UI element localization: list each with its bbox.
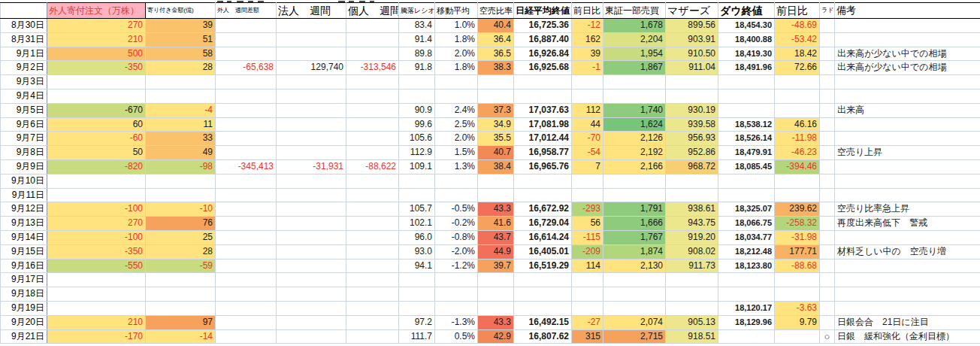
cell-cw[interactable] bbox=[277, 217, 346, 231]
cell-rad[interactable] bbox=[820, 103, 835, 117]
cell-mo[interactable] bbox=[666, 301, 718, 315]
cell-s[interactable]: 43.3 bbox=[478, 315, 514, 329]
cell-t[interactable]: 2,126 bbox=[603, 132, 666, 146]
cell-f[interactable]: -100 bbox=[47, 202, 146, 217]
cell-a[interactable]: 28 bbox=[146, 61, 216, 75]
cell-s[interactable]: 43.7 bbox=[478, 230, 514, 244]
cell-dc[interactable] bbox=[775, 89, 820, 103]
cell-fw[interactable] bbox=[216, 132, 277, 146]
cell-f[interactable]: -100 bbox=[47, 230, 146, 244]
cell-r[interactable] bbox=[399, 188, 435, 202]
cell-r[interactable]: 105.7 bbox=[399, 202, 435, 217]
cell-a[interactable]: 58 bbox=[146, 47, 216, 61]
cell-a[interactable]: 28 bbox=[146, 244, 216, 259]
cell-note[interactable] bbox=[835, 259, 980, 273]
cell-n[interactable]: 16,729.04 bbox=[514, 217, 572, 231]
cell-nc[interactable]: 56 bbox=[572, 217, 603, 231]
cell-t[interactable]: 1,740 bbox=[603, 103, 666, 117]
cell-nc[interactable] bbox=[572, 287, 603, 302]
cell-note[interactable]: 空売り上昇 bbox=[835, 146, 980, 160]
cell-m[interactable]: 0.5% bbox=[435, 329, 478, 344]
cell-rad[interactable] bbox=[820, 174, 835, 188]
cell-rad[interactable] bbox=[820, 132, 835, 146]
cell-dc[interactable]: 9.79 bbox=[775, 315, 820, 329]
cell-m[interactable] bbox=[435, 89, 478, 103]
cell-fw[interactable] bbox=[216, 315, 277, 329]
cell-s[interactable]: 43.3 bbox=[478, 202, 514, 217]
cell-a[interactable] bbox=[146, 75, 216, 90]
cell-fw[interactable] bbox=[216, 19, 277, 33]
column-header-a[interactable]: 寄り付き金額(億) bbox=[146, 3, 216, 19]
cell-nc[interactable] bbox=[572, 89, 603, 103]
cell-nc[interactable] bbox=[572, 75, 603, 90]
cell-a[interactable]: -10 bbox=[146, 202, 216, 217]
cell-n[interactable] bbox=[514, 75, 572, 90]
cell-n[interactable] bbox=[514, 273, 572, 287]
cell-fw[interactable] bbox=[216, 230, 277, 244]
cell-note[interactable]: 材料乏しい中の 空売り増 bbox=[835, 244, 980, 259]
cell-mo[interactable]: 903.91 bbox=[666, 32, 718, 47]
cell-rad[interactable] bbox=[820, 315, 835, 329]
cell-cw[interactable] bbox=[277, 315, 346, 329]
cell-fw[interactable] bbox=[216, 75, 277, 90]
cell-dc[interactable]: 18.42 bbox=[775, 47, 820, 61]
cell-r[interactable]: 111.7 bbox=[399, 329, 435, 344]
cell-iw[interactable]: -313,546 bbox=[346, 61, 399, 75]
column-header-nc[interactable]: 前日比 bbox=[572, 3, 603, 19]
cell-date[interactable]: 9月16日 bbox=[1, 259, 47, 273]
cell-t[interactable] bbox=[603, 287, 666, 302]
cell-dc[interactable]: 177.71 bbox=[775, 244, 820, 259]
cell-n[interactable]: 16,926.84 bbox=[514, 47, 572, 61]
cell-mo[interactable]: 952.86 bbox=[666, 146, 718, 160]
cell-note[interactable] bbox=[835, 132, 980, 146]
cell-mo[interactable] bbox=[666, 174, 718, 188]
cell-m[interactable]: 1.8% bbox=[435, 61, 478, 75]
cell-f[interactable] bbox=[47, 174, 146, 188]
cell-t[interactable]: 2,204 bbox=[603, 32, 666, 47]
cell-dc[interactable]: 46.16 bbox=[775, 117, 820, 132]
cell-m[interactable]: 1.0% bbox=[435, 19, 478, 33]
cell-r[interactable] bbox=[399, 273, 435, 287]
cell-date[interactable]: 9月10日 bbox=[1, 174, 47, 188]
cell-mo[interactable] bbox=[666, 287, 718, 302]
cell-nc[interactable] bbox=[572, 188, 603, 202]
cell-m[interactable]: 2.0% bbox=[435, 47, 478, 61]
cell-n[interactable] bbox=[514, 174, 572, 188]
cell-fw[interactable] bbox=[216, 47, 277, 61]
cell-rad[interactable] bbox=[820, 61, 835, 75]
cell-s[interactable]: 35.5 bbox=[478, 132, 514, 146]
cell-fw[interactable] bbox=[216, 188, 277, 202]
cell-f[interactable]: -350 bbox=[47, 61, 146, 75]
cell-nc[interactable]: -70 bbox=[572, 132, 603, 146]
cell-nc[interactable]: 44 bbox=[572, 117, 603, 132]
cell-dc[interactable] bbox=[775, 103, 820, 117]
cell-date[interactable]: 9月8日 bbox=[1, 146, 47, 160]
cell-n[interactable] bbox=[514, 89, 572, 103]
cell-m[interactable]: 1.5% bbox=[435, 146, 478, 160]
cell-dc[interactable] bbox=[775, 188, 820, 202]
cell-t[interactable]: 1,874 bbox=[603, 244, 666, 259]
cell-m[interactable]: -2.0% bbox=[435, 244, 478, 259]
cell-iw[interactable] bbox=[346, 117, 399, 132]
cell-cw[interactable] bbox=[277, 47, 346, 61]
cell-s[interactable]: 38.3 bbox=[478, 61, 514, 75]
cell-mo[interactable] bbox=[666, 273, 718, 287]
cell-fw[interactable]: -345,413 bbox=[216, 159, 277, 174]
cell-d[interactable] bbox=[718, 273, 775, 287]
cell-fw[interactable] bbox=[216, 259, 277, 273]
cell-d[interactable] bbox=[718, 174, 775, 188]
cell-a[interactable]: 25 bbox=[146, 230, 216, 244]
cell-r[interactable]: 94.1 bbox=[399, 259, 435, 273]
cell-dc[interactable] bbox=[775, 287, 820, 302]
cell-rad[interactable] bbox=[820, 230, 835, 244]
cell-f[interactable] bbox=[47, 188, 146, 202]
cell-iw[interactable] bbox=[346, 188, 399, 202]
cell-cw[interactable] bbox=[277, 301, 346, 315]
cell-r[interactable] bbox=[399, 301, 435, 315]
cell-m[interactable] bbox=[435, 188, 478, 202]
cell-iw[interactable] bbox=[346, 315, 399, 329]
cell-a[interactable]: 97 bbox=[146, 315, 216, 329]
cell-fw[interactable] bbox=[216, 273, 277, 287]
cell-n[interactable]: 17,037.63 bbox=[514, 103, 572, 117]
cell-nc[interactable]: 7 bbox=[572, 159, 603, 174]
